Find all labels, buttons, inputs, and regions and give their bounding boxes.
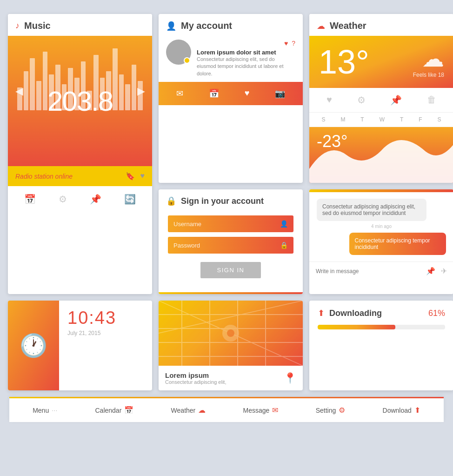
- password-field-container[interactable]: 🔒: [168, 237, 293, 254]
- signin-title: Sign in your account: [181, 196, 264, 206]
- weather-day: S: [437, 116, 441, 123]
- pin-weather-icon[interactable]: 📌: [390, 94, 402, 106]
- weather-header: ☁ Weather: [309, 14, 453, 36]
- pin-music-icon[interactable]: 📌: [90, 194, 101, 205]
- bookmark-icon[interactable]: 🔖: [126, 172, 135, 181]
- nav-setting-icon: ⚙: [339, 406, 345, 415]
- weather-chart: -23°: [309, 127, 453, 183]
- account-title: My account: [181, 20, 232, 31]
- weather-actions: ♥ ⚙ 📌 🗑: [309, 88, 453, 113]
- weather-day: T: [400, 116, 403, 123]
- music-visual: ◀ 203.8 ▶: [8, 36, 152, 166]
- calendar-icon[interactable]: 📅: [209, 88, 219, 99]
- lock-icon: 🔒: [166, 196, 176, 206]
- clock-icon-area: 🕐: [8, 301, 59, 390]
- prev-track-button[interactable]: ◀: [15, 85, 23, 117]
- map-subtitle: Consectetur adipiscing elit,: [165, 379, 226, 385]
- accent-bar: [159, 292, 303, 294]
- avatar: [166, 40, 191, 65]
- message-card: Consectetur adipiscing adipiscing elit, …: [309, 189, 453, 294]
- message-body: Consectetur adipiscing adipiscing elit, …: [309, 192, 453, 261]
- question-icon[interactable]: ?: [292, 40, 295, 47]
- signin-button[interactable]: SIGN IN: [200, 262, 261, 278]
- account-name: Lorem ipsum dolor sit amet: [197, 49, 295, 56]
- clock-info: 10:43 July 21, 2015: [59, 301, 125, 390]
- cloud-header-icon: ☁: [317, 21, 325, 31]
- heart-radio-icon[interactable]: ♥: [140, 172, 145, 181]
- radio-station-label: Radio station online: [15, 173, 73, 180]
- weather-days-row: S M T W T F S: [309, 113, 453, 127]
- nav-weather[interactable]: Weather ☁: [171, 406, 206, 415]
- nav-message[interactable]: Message ✉: [243, 406, 279, 415]
- received-message: Consectetur adipiscing adipiscing elit, …: [317, 199, 426, 221]
- camera-icon[interactable]: 📷: [275, 88, 285, 99]
- download-bar-fill: [318, 325, 395, 329]
- send-icon[interactable]: ✈: [441, 267, 447, 275]
- weather-day: T: [360, 116, 364, 123]
- weather-temperature: 13°: [319, 45, 369, 79]
- music-card: ♪ Music: [8, 14, 152, 294]
- next-track-button[interactable]: ▶: [137, 85, 145, 117]
- weather-day: W: [380, 116, 385, 123]
- nav-menu-dots: ···: [52, 407, 58, 414]
- signin-header: 🔒 Sign in your account: [159, 189, 303, 211]
- signin-body: 👤 🔒 SIGN IN: [159, 211, 303, 288]
- refresh-music-icon[interactable]: 🔄: [124, 194, 136, 205]
- nav-menu[interactable]: Menu ···: [33, 407, 58, 414]
- weather-title: Weather: [330, 20, 366, 31]
- weather-feels-like: Feels like 18: [413, 72, 444, 78]
- settings-music-icon[interactable]: ⚙: [59, 194, 67, 205]
- weather-card: ☁ Weather 13° ☁ Feels like 18 ♥ ⚙ 📌 🗑 S …: [309, 14, 453, 183]
- clock-icon: 🕐: [20, 333, 47, 359]
- nav-download-label: Download: [383, 407, 412, 414]
- password-input[interactable]: [173, 242, 276, 249]
- calendar-music-icon[interactable]: 📅: [24, 194, 36, 205]
- account-sub: Consectetur adipiscing elit, sed do eius…: [197, 56, 295, 77]
- download-title: Downloading: [329, 308, 382, 318]
- sent-message: Consectetur adipiscing tempor incididunt: [349, 233, 446, 255]
- weather-day: F: [419, 116, 422, 123]
- clock-card: 🕐 10:43 July 21, 2015: [8, 301, 152, 390]
- username-field-container[interactable]: 👤: [168, 215, 293, 232]
- music-frequency: 203.8: [47, 85, 113, 117]
- message-action-icons: 📌 ✈: [426, 267, 447, 275]
- account-header: 👤 My account: [159, 14, 303, 36]
- upload-download-icon: ⬆: [318, 308, 325, 318]
- nav-calendar-label: Calendar: [95, 407, 121, 414]
- nav-calendar-icon: 📅: [124, 406, 133, 415]
- weather-day: S: [321, 116, 325, 123]
- heart-toolbar-icon[interactable]: ♥: [245, 88, 250, 99]
- music-nav: ◀ 203.8 ▶: [15, 85, 145, 117]
- user-input-icon: 👤: [280, 220, 288, 228]
- message-input[interactable]: [316, 268, 421, 275]
- map-card: Lorem ipsum Consectetur adipiscing elit,…: [159, 301, 303, 390]
- map-footer: Lorem ipsum Consectetur adipiscing elit,…: [159, 366, 303, 390]
- lock-input-icon: 🔒: [280, 241, 288, 249]
- map-grid-svg: [159, 301, 303, 366]
- message-input-row: 📌 ✈: [309, 261, 453, 280]
- download-header: ⬆ Downloading 61%: [318, 308, 445, 318]
- nav-download-icon: ⬆: [414, 406, 420, 415]
- map-pin-icon[interactable]: 📍: [284, 372, 296, 384]
- heart-weather-icon[interactable]: ♥: [326, 94, 332, 106]
- weather-cloud-icon: ☁: [413, 46, 444, 72]
- heart-icon[interactable]: ♥: [284, 40, 288, 47]
- nav-setting[interactable]: Setting ⚙: [316, 406, 346, 415]
- nav-menu-label: Menu: [33, 407, 49, 414]
- music-header: ♪ Music: [8, 14, 152, 36]
- weather-visual: 13° ☁ Feels like 18: [309, 36, 453, 88]
- nav-download[interactable]: Download ⬆: [383, 406, 420, 415]
- nav-calendar[interactable]: Calendar 📅: [95, 406, 133, 415]
- trash-weather-icon[interactable]: 🗑: [427, 94, 436, 106]
- map-visual: [159, 301, 303, 366]
- message-time: 4 min ago: [317, 224, 446, 229]
- clock-date: July 21, 2015: [67, 330, 116, 336]
- mail-icon[interactable]: ✉: [176, 88, 183, 99]
- music-note-icon: ♪: [15, 21, 20, 31]
- download-percent: 61%: [428, 308, 445, 318]
- radio-action-icons: 🔖 ♥: [126, 172, 145, 181]
- username-input[interactable]: [173, 221, 276, 228]
- settings-weather-icon[interactable]: ⚙: [357, 94, 366, 106]
- attach-icon[interactable]: 📌: [426, 267, 435, 275]
- nav-weather-label: Weather: [171, 407, 196, 414]
